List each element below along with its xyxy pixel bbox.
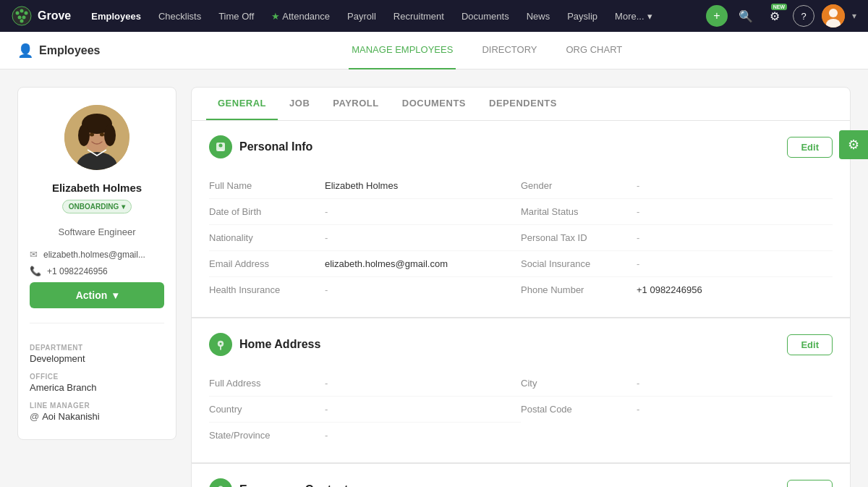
department-label: DEPARTMENT <box>30 344 164 352</box>
job-title: Software Engineer <box>30 226 164 237</box>
action-button[interactable]: Action ▾ <box>30 282 164 308</box>
home-address-right: City - Postal Code - <box>521 370 833 448</box>
office-value: America Branch <box>30 382 164 393</box>
phone-contact: 📞 +1 0982246956 <box>30 266 164 276</box>
employee-name: Elizabeth Holmes <box>30 182 164 194</box>
navbar: Grove Employees Checklists Time Off ★Att… <box>0 0 868 32</box>
subnav-links: MANAGE EMPLOYEES DIRECTORY ORG CHART <box>123 32 851 69</box>
info-fullname: Full Name Elizabeth Holmes <box>209 173 521 199</box>
user-avatar[interactable] <box>822 4 845 27</box>
svg-point-5 <box>22 16 26 20</box>
nav-payslip[interactable]: Payslip <box>558 0 606 32</box>
action-chevron: ▾ <box>113 289 118 301</box>
personal-info-header: Personal Info Edit <box>209 135 833 158</box>
home-address-grid: Full Address - Country - State/Province … <box>209 370 833 448</box>
sidebar-meta: DEPARTMENT Development OFFICE America Br… <box>30 323 164 422</box>
nav-news[interactable]: News <box>518 0 559 32</box>
manager-label: LINE MANAGER <box>30 402 164 410</box>
phone-value: +1 0982246956 <box>47 266 108 276</box>
info-taxid: Personal Tax ID - <box>521 225 833 251</box>
svg-point-18 <box>100 133 104 137</box>
info-fulladdress: Full Address - <box>209 370 521 397</box>
svg-point-6 <box>20 20 24 23</box>
subnav-manage[interactable]: MANAGE EMPLOYEES <box>349 32 456 69</box>
subnav-title: 👤 Employees <box>17 43 100 59</box>
logo[interactable]: Grove <box>12 6 71 26</box>
tab-documents[interactable]: DOCUMENTS <box>391 88 477 120</box>
svg-point-3 <box>25 12 28 15</box>
svg-point-2 <box>20 9 24 13</box>
info-city: City - <box>521 370 833 397</box>
nav-more[interactable]: More... ▾ <box>606 0 660 32</box>
tab-general[interactable]: GENERAL <box>206 88 278 120</box>
info-phone: Phone Number +1 0982246956 <box>521 277 833 302</box>
status-chevron: ▾ <box>122 203 125 211</box>
personal-info-grid: Full Name Elizabeth Holmes Date of Birth… <box>209 173 833 302</box>
info-country: Country - <box>209 397 521 423</box>
nav-documents[interactable]: Documents <box>453 0 518 32</box>
nav-employees[interactable]: Employees <box>82 0 150 32</box>
tab-payroll[interactable]: PAYROLL <box>321 88 390 120</box>
search-button[interactable]: 🔍 <box>735 5 757 27</box>
manager-value: @ Aoi Nakanishi <box>30 411 164 422</box>
svg-point-17 <box>90 133 94 137</box>
home-address-icon <box>209 333 232 356</box>
avatar-chevron[interactable]: ▾ <box>852 11 856 21</box>
employee-sidebar: Elizabeth Holmes ONBOARDING ▾ Software E… <box>17 87 176 440</box>
svg-point-20 <box>219 144 223 148</box>
avatar-container <box>30 105 164 170</box>
nav-recruitment[interactable]: Recruitment <box>385 0 453 32</box>
nav-payroll[interactable]: Payroll <box>339 0 385 32</box>
logo-text: Grove <box>38 9 71 22</box>
emergency-contact-section: @ Emergency Contact Edit <box>191 463 851 487</box>
status-badge-row: ONBOARDING ▾ <box>30 200 164 219</box>
phone-icon: 📞 <box>30 266 41 276</box>
status-badge[interactable]: ONBOARDING ▾ <box>62 200 132 213</box>
emergency-contact-edit[interactable]: Edit <box>787 480 833 488</box>
personal-info-title: Personal Info <box>209 135 312 158</box>
personal-info-section: Personal Info Edit Full Name Elizabeth H… <box>191 121 851 318</box>
subnav-directory[interactable]: DIRECTORY <box>479 32 540 69</box>
email-icon: ✉ <box>30 249 38 260</box>
email-contact: ✉ elizabeth.holmes@gmail... <box>30 249 164 260</box>
new-badge: NEW <box>771 4 787 10</box>
office-label: OFFICE <box>30 373 164 381</box>
info-gender: Gender - <box>521 173 833 199</box>
home-address-edit[interactable]: Edit <box>787 334 833 355</box>
emergency-contact-icon: @ <box>209 478 232 487</box>
page-layout: Elizabeth Holmes ONBOARDING ▾ Software E… <box>0 69 868 487</box>
home-address-left: Full Address - Country - State/Province … <box>209 370 521 448</box>
nav-checklists[interactable]: Checklists <box>150 0 210 32</box>
settings-button[interactable]: ⚙ NEW <box>764 5 786 27</box>
add-button[interactable]: + <box>706 5 728 27</box>
info-social-insurance: Social Insurance - <box>521 251 833 277</box>
personal-info-left: Full Name Elizabeth Holmes Date of Birth… <box>209 173 521 302</box>
info-marital: Marital Status - <box>521 199 833 225</box>
personal-info-edit[interactable]: Edit <box>787 137 833 158</box>
emergency-contact-header: @ Emergency Contact Edit <box>209 478 833 487</box>
emergency-contact-title: @ Emergency Contact <box>209 478 348 487</box>
info-postal: Postal Code - <box>521 397 833 422</box>
svg-point-1 <box>16 12 20 15</box>
info-health-insurance: Health Insurance - <box>209 277 521 302</box>
svg-point-15 <box>78 124 90 146</box>
email-value: elizabeth.holmes@gmail... <box>43 250 145 260</box>
home-address-title: Home Address <box>209 333 320 356</box>
info-dob: Date of Birth - <box>209 199 521 225</box>
nav-timeoff[interactable]: Time Off <box>210 0 263 32</box>
info-state: State/Province - <box>209 423 521 448</box>
department-value: Development <box>30 353 164 364</box>
tab-dependents[interactable]: DEPENDENTS <box>477 88 569 120</box>
info-nationality: Nationality - <box>209 225 521 251</box>
svg-point-22 <box>220 343 222 345</box>
svg-point-4 <box>18 16 22 20</box>
help-button[interactable]: ? <box>793 5 814 27</box>
nav-right: + 🔍 ⚙ NEW ? ▾ <box>706 4 856 27</box>
svg-point-16 <box>104 124 116 146</box>
subnav-orgchart[interactable]: ORG CHART <box>563 32 625 69</box>
nav-attendance[interactable]: ★Attendance <box>263 0 339 32</box>
tab-job[interactable]: JOB <box>278 88 321 120</box>
employees-icon: 👤 <box>17 43 33 59</box>
floating-settings-button[interactable]: ⚙ <box>839 130 868 159</box>
info-email: Email Address elizabeth.holmes@gmail.com <box>209 251 521 277</box>
